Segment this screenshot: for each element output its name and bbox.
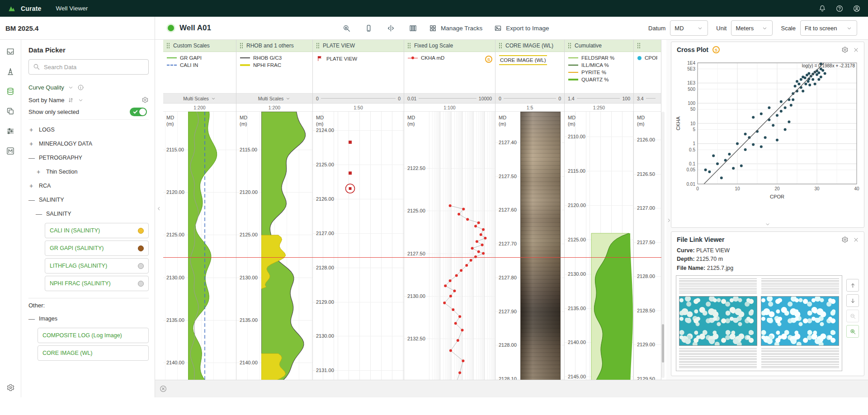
track-plot[interactable]: 2126.002126.502127.002127.502128.002128.… — [634, 112, 661, 380]
tree-item[interactable]: +RCA — [28, 179, 149, 193]
zoom-in-button[interactable] — [846, 325, 859, 338]
search-input[interactable] — [28, 59, 149, 75]
track-header[interactable]: Custom Scales — [163, 40, 236, 52]
drag-handle-icon[interactable] — [240, 42, 243, 49]
collapse-sidebar-button[interactable] — [156, 205, 162, 212]
plate-image-preview[interactable] — [676, 275, 842, 371]
depth-label: 2127.00 — [316, 231, 334, 236]
column-layout-button[interactable] — [409, 24, 417, 33]
file-viewer-close-button[interactable] — [853, 236, 859, 243]
rail-data-picker[interactable] — [6, 87, 15, 96]
track-plot[interactable]: 2115.002120.002125.002130.002135.002140.… — [236, 112, 312, 380]
track-spacing-button[interactable] — [387, 24, 395, 33]
tracks-scrollbar[interactable] — [661, 112, 665, 378]
track-legend: CKHA mDS — [404, 52, 495, 94]
cross-plot-collapse-button[interactable] — [764, 221, 771, 227]
file-viewer-settings-button[interactable] — [841, 236, 849, 243]
drag-handle-icon[interactable] — [316, 42, 320, 49]
plate-markers[interactable] — [338, 112, 404, 380]
track-scale-row[interactable]: Multi Scales — [163, 94, 236, 104]
curve-quality-dropdown[interactable]: Curve Quality — [28, 81, 149, 94]
image-chip[interactable]: CORE IMAGE (WL) — [38, 345, 149, 361]
track-scale-row[interactable]: 3.4 — [634, 94, 661, 104]
manage-tracks-button[interactable]: Manage Tracks — [429, 24, 482, 32]
cross-plot-close-button[interactable] — [853, 47, 859, 53]
tree-item[interactable]: —PETROGRAPHY — [28, 151, 149, 165]
previous-plate-button[interactable] — [846, 279, 859, 292]
track-scale-row[interactable]: 0.0110000 — [404, 94, 495, 104]
file-link-viewer-panel: File Link Viewer Curve: PLATE VIEWDepth:… — [671, 231, 864, 376]
track-header[interactable]: CORE IMAGE (WL) — [495, 40, 564, 52]
device-preview-button[interactable] — [364, 24, 373, 33]
drag-handle-icon[interactable] — [166, 42, 170, 49]
tree-group-images[interactable]: — Images — [28, 311, 149, 325]
tree-item[interactable]: —SALINITY — [36, 207, 149, 221]
picker-settings-button[interactable] — [142, 96, 149, 104]
collapse-right-panel-button[interactable] — [665, 217, 672, 224]
brand[interactable]: Curate — [21, 5, 42, 12]
export-to-image-button[interactable]: Export to Image — [494, 24, 549, 32]
track-plot[interactable]: 2115.002120.002125.002130.002135.002140.… — [163, 112, 236, 380]
depth-label: 2120.00 — [240, 189, 258, 195]
sort-by-dropdown[interactable]: Sort by Name — [28, 94, 149, 106]
track-plot[interactable]: 2124.002125.002126.002127.002128.002129.… — [313, 112, 404, 380]
curve-chip[interactable]: NPHI FRAC (SALINITY) — [45, 276, 149, 291]
track-scale-row[interactable]: 00 — [313, 94, 404, 104]
cross-plot-chart[interactable]: 1E45E31E35001005010510.50.10.050.0101020… — [671, 56, 864, 221]
rail-wells[interactable] — [6, 67, 15, 76]
rail-curve-options-icon — [6, 127, 15, 136]
track-plot[interactable]: 2127.402127.502127.602127.702127.802127.… — [495, 112, 564, 380]
track-header[interactable] — [634, 40, 661, 52]
drag-handle-icon[interactable] — [499, 42, 502, 49]
tree-item[interactable]: +Thin Section — [36, 165, 149, 179]
rail-mineralogy[interactable] — [6, 146, 15, 156]
tree-item[interactable]: +MINERALOGY DATA — [28, 137, 149, 151]
depth-label: 2130.00 — [407, 293, 425, 299]
notifications-button[interactable] — [818, 5, 826, 13]
tree-item[interactable]: —SALINITY — [28, 193, 149, 207]
search-box — [28, 59, 149, 75]
track-scale-row[interactable]: 1.4100 — [565, 94, 633, 104]
track-header[interactable]: RHOB and 1 others — [236, 40, 312, 52]
rail-inbox-icon — [6, 47, 15, 56]
rail-settings-button[interactable] — [6, 383, 15, 392]
rail-wells-icon — [6, 67, 15, 76]
rail-documents[interactable] — [6, 107, 15, 116]
track-plot[interactable]: 2122.502125.002127.502130.002132.502135.… — [404, 112, 495, 380]
svg-text:40: 40 — [854, 186, 859, 191]
depth-label: 2140.00 — [568, 340, 586, 345]
depth-label: 2128.00 — [637, 274, 655, 279]
curve-chip[interactable]: GR GAPI (SALINITY) — [45, 241, 149, 256]
user-menu-button[interactable] — [853, 5, 861, 13]
depth-label: 2127.50 — [407, 251, 425, 256]
scale-select[interactable]: Fit to screen — [800, 20, 857, 36]
rail-inbox[interactable] — [6, 47, 15, 56]
track-plot[interactable]: 2110.002115.002120.002125.002130.002135.… — [565, 112, 633, 380]
rail-curve-options[interactable] — [6, 127, 15, 136]
drag-handle-icon[interactable] — [407, 42, 411, 49]
track-header[interactable]: Cumulative — [565, 40, 633, 52]
info-icon — [77, 84, 84, 91]
depth-label: 2125.00 — [166, 232, 184, 237]
dismiss-button[interactable] — [159, 385, 167, 393]
zoom-out-button[interactable] — [846, 310, 859, 322]
drag-handle-icon[interactable] — [568, 42, 571, 49]
help-button[interactable] — [835, 5, 844, 13]
datum-select[interactable]: MD — [670, 20, 708, 36]
track-scale-row[interactable]: 00 — [495, 94, 564, 104]
ai-search-button[interactable] — [342, 24, 351, 33]
unit-select[interactable]: Meters — [731, 20, 773, 36]
track-header[interactable]: Fixed Log Scale — [404, 40, 495, 52]
curve-chip[interactable]: CALI IN (SALINITY) — [45, 223, 149, 238]
show-only-selected-toggle[interactable] — [130, 108, 147, 116]
track-scale-row[interactable]: Multi Scales — [236, 94, 312, 104]
nav-well-viewer[interactable]: Well Viewer — [56, 5, 88, 12]
cross-plot-settings-button[interactable] — [841, 46, 849, 53]
drag-handle-icon[interactable] — [637, 42, 641, 49]
track-header[interactable]: PLATE VIEW — [313, 40, 404, 52]
svg-text:0.1: 0.1 — [689, 161, 695, 166]
image-chip[interactable]: COMPOSITE LOG (Log Image) — [38, 328, 149, 343]
tree-item[interactable]: +LOGS — [28, 123, 149, 137]
curve-chip[interactable]: LITHFLAG (SALINITY) — [45, 258, 149, 274]
next-plate-button[interactable] — [846, 294, 859, 307]
